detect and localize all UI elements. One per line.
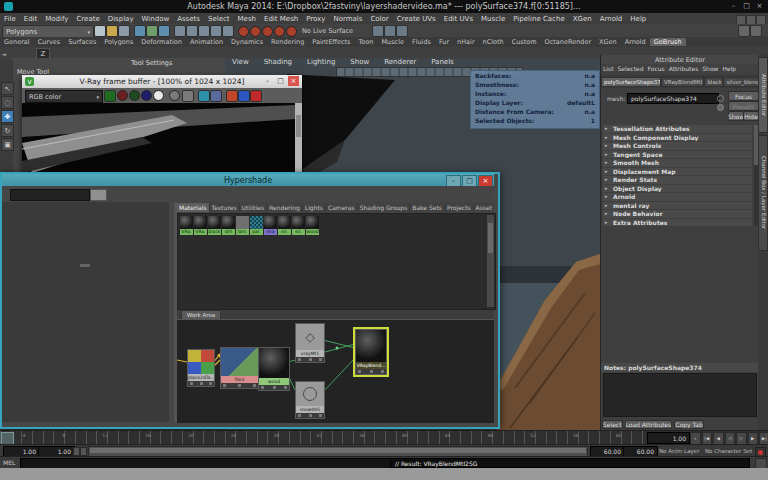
shelf-tab-13[interactable]: nHair xyxy=(453,38,478,46)
vfb-region-render-icon[interactable] xyxy=(226,90,238,102)
construction-history-icon[interactable] xyxy=(372,25,384,37)
select-object-icon[interactable] xyxy=(146,25,158,37)
ae-menu-4[interactable]: Show xyxy=(700,65,720,72)
shelf-tab-14[interactable]: nCloth xyxy=(479,38,508,46)
focus-radio-icon[interactable] xyxy=(717,95,724,102)
input-connections-icon[interactable] xyxy=(384,25,396,37)
snap-curve-icon[interactable] xyxy=(186,25,198,37)
ae-footer-button-0[interactable]: Select xyxy=(602,420,623,429)
shelf-tab-9[interactable]: Toon xyxy=(354,38,377,46)
menu-7[interactable]: Select xyxy=(204,15,234,23)
menu-11[interactable]: Normals xyxy=(329,15,366,23)
material-swatch-9[interactable]: wood xyxy=(306,216,319,235)
vfb-channel-selector[interactable]: RGB color▾ xyxy=(25,90,103,103)
render-settings-icon[interactable] xyxy=(274,26,285,37)
dock-tab-attribute-editor[interactable]: Attribute Editor xyxy=(758,57,768,133)
hypershade-tab-0[interactable]: Materials xyxy=(177,203,210,212)
ae-tab-3[interactable]: silver_blend xyxy=(723,77,759,87)
select-tool-icon[interactable]: ↖ xyxy=(1,82,14,95)
output-connections-icon[interactable] xyxy=(396,25,408,37)
node-ports[interactable] xyxy=(259,385,289,390)
hypershade-search-input[interactable] xyxy=(10,189,90,201)
hypershade-tab-1[interactable]: Textures xyxy=(210,203,240,212)
dock-tab-channel-box[interactable]: Channel Box / Layer Editor xyxy=(758,135,768,251)
hypershade-titlebar[interactable]: Hypershade – □ × xyxy=(2,174,494,186)
attribute-editor-header[interactable]: Attribute Editor xyxy=(601,55,759,64)
menu-0[interactable]: File xyxy=(0,15,20,23)
field-entry-mode-icon[interactable] xyxy=(750,25,762,37)
select-hierarchy-icon[interactable] xyxy=(134,25,146,37)
shelf-tab-15[interactable]: Custom xyxy=(508,38,541,46)
ae-menu-5[interactable]: Help xyxy=(720,65,738,72)
material-swatch-7[interactable]: sil. xyxy=(278,216,291,235)
show-manipulators-icon[interactable] xyxy=(738,25,750,37)
hypershade-tab-2[interactable]: Utilities xyxy=(240,203,268,212)
close-button[interactable]: × xyxy=(754,1,765,11)
material-swatch-8[interactable]: sil. xyxy=(292,216,305,235)
move-tool-icon[interactable]: ✥ xyxy=(1,110,14,123)
hypershade-create-panel[interactable] xyxy=(2,202,174,422)
material-swatch-2[interactable]: black xyxy=(208,216,221,235)
hypershade-tab-8[interactable]: Projects xyxy=(445,203,474,212)
render-view-icon[interactable] xyxy=(238,26,249,37)
hypershade-search-clear-button[interactable] xyxy=(90,189,107,201)
time-slider[interactable]: 4812162024283236404448525660 1.00 «|◀◀◁▷… xyxy=(0,430,768,445)
vfb-scrollbar[interactable] xyxy=(295,103,302,173)
minimize-button[interactable]: – xyxy=(728,1,739,11)
ae-tab-0[interactable]: polySurfaceShape374 xyxy=(601,77,661,87)
shelf-tab-10[interactable]: Muscle xyxy=(377,38,408,46)
attribute-section-11[interactable]: Extra Attributes xyxy=(603,219,752,227)
hide-button[interactable]: Hide xyxy=(743,111,759,121)
shelf-tab-11[interactable]: Fluids xyxy=(408,38,435,46)
snap-plane-icon[interactable] xyxy=(210,25,222,37)
node-vray-utility[interactable]: ◇ vrayMt1 xyxy=(295,323,325,363)
menu-14[interactable]: Edit UVs xyxy=(440,15,477,23)
node-file3[interactable]: file3 xyxy=(220,347,259,389)
vray-frame-buffer-window[interactable]: V V-Ray frame buffer - [100% of 1024 x 1… xyxy=(22,75,302,173)
attribute-section-1[interactable]: Mesh Component Display xyxy=(603,134,752,142)
attribute-section-0[interactable]: Tessellation Attributes xyxy=(603,125,752,133)
shelf-tab-16[interactable]: OctaneRender xyxy=(541,38,595,46)
save-scene-icon[interactable] xyxy=(118,25,130,37)
snap-grid-icon[interactable] xyxy=(174,25,186,37)
hypershade-tab-5[interactable]: Cameras xyxy=(326,203,358,212)
shelf-scroll-arrows-icon[interactable]: ◂▸ xyxy=(0,51,9,57)
vfb-monochrome-icon[interactable] xyxy=(169,90,180,101)
hypershade-tab-7[interactable]: Bake Sets xyxy=(410,203,445,212)
menu-9[interactable]: Edit Mesh xyxy=(260,15,302,23)
shelf-tab-0[interactable]: General xyxy=(0,38,34,46)
node-ports[interactable] xyxy=(188,381,214,386)
render-current-frame-icon[interactable] xyxy=(250,26,261,37)
make-live-icon[interactable] xyxy=(222,25,234,37)
attribute-section-6[interactable]: Render Stats xyxy=(603,176,752,184)
presets-radio-icon[interactable] xyxy=(717,104,724,111)
maximize-button[interactable]: □ xyxy=(741,1,752,11)
hypershade-tab-9[interactable]: Asset Nodes xyxy=(474,203,494,212)
shelf-tab-18[interactable]: Arnold xyxy=(621,38,650,46)
node-snow-texture[interactable]: snow005 xyxy=(295,381,325,419)
attribute-section-2[interactable]: Mesh Controls xyxy=(603,142,752,150)
menu-12[interactable]: Color xyxy=(366,15,392,23)
ae-footer-button-1[interactable]: Load Attributes xyxy=(625,420,673,429)
vfb-minimize-button[interactable]: – xyxy=(262,76,273,86)
hypershade-tab-6[interactable]: Shading Groups xyxy=(358,203,411,212)
vfb-alpha-channel-icon[interactable] xyxy=(153,90,164,101)
attribute-section-7[interactable]: Object Display xyxy=(603,185,752,193)
select-component-icon[interactable] xyxy=(158,25,170,37)
ae-tab-1[interactable]: VRayBlendMtl2 xyxy=(661,77,704,87)
range-option-icon[interactable] xyxy=(73,447,80,456)
menu-5[interactable]: Window xyxy=(138,15,174,23)
shelf-tab-7[interactable]: Rendering xyxy=(267,38,308,46)
node-ports[interactable] xyxy=(296,413,324,418)
lasso-tool-icon[interactable]: ◌ xyxy=(1,96,14,109)
attribute-section-5[interactable]: Displacement Map xyxy=(603,168,752,176)
playback-range-thumb[interactable] xyxy=(90,448,586,453)
work-area-node-graph[interactable]: place2dTe... file3 wood ◇ vrayMt1 xyxy=(177,319,494,423)
focus-button[interactable]: Focus xyxy=(728,91,759,101)
shelf-tab-1[interactable]: Curves xyxy=(34,38,65,46)
menu-18[interactable]: Arnold xyxy=(596,15,627,23)
vfb-track-mouse-icon[interactable] xyxy=(238,90,250,102)
attribute-section-3[interactable]: Tangent Space xyxy=(603,151,752,159)
ipr-render-icon[interactable] xyxy=(262,26,273,37)
ae-tab-2[interactable]: black xyxy=(704,77,723,87)
